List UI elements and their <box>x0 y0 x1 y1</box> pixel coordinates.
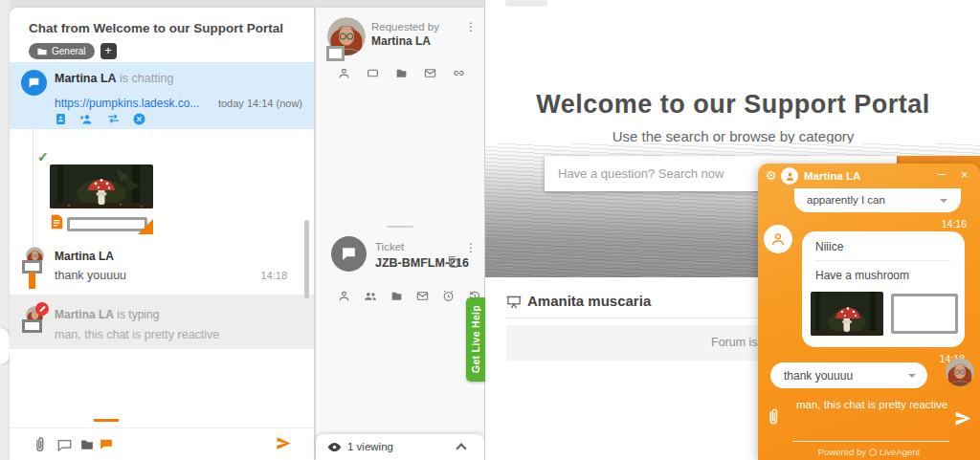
bubble-divider <box>815 260 951 261</box>
typing-author: Martina LA <box>55 308 114 321</box>
agent-message-text: Have a mushroom <box>815 269 909 282</box>
composer-toolbar <box>10 427 314 460</box>
chat-row-actions <box>55 113 145 125</box>
agent-avatar <box>764 225 792 253</box>
typing-preview-text: man, this chat is pretty reactive <box>55 328 219 341</box>
typing-indicator-block: Martina LA is typing man, this chat is p… <box>10 295 314 349</box>
message-menu-caret-icon[interactable] <box>940 199 947 203</box>
widget-footer: Powered byLiveAgent <box>758 447 980 457</box>
widget-minimize-button[interactable]: – <box>938 165 946 181</box>
copy-icon[interactable] <box>447 255 459 269</box>
message-time: 14:18 <box>260 270 287 281</box>
scrollbar-thumb[interactable] <box>304 220 309 298</box>
file-icon[interactable] <box>390 290 403 302</box>
requester-name: Martina LA <box>371 34 431 48</box>
mushroom-photo <box>811 292 883 336</box>
chat-page-link[interactable]: https://pumpkins.ladesk.co... <box>55 97 199 110</box>
add-tag-button[interactable]: + <box>100 43 117 59</box>
chevron-up-icon[interactable] <box>456 443 466 453</box>
ticket-info-panel: Requested by Martina LA ⋮ Ticket ⋮ JZB-B… <box>316 8 484 460</box>
ticket-actions <box>338 290 480 302</box>
live-chat-widget: ⚙ Martina LA – × apparently I can 14:16 … <box>758 164 980 460</box>
cobrowse-cursor-box <box>326 46 345 61</box>
chat-reply-icon[interactable] <box>100 438 113 450</box>
panel-expand-handle[interactable] <box>0 328 10 364</box>
ticket-avatar <box>331 236 367 272</box>
attachments-icon[interactable] <box>80 438 94 450</box>
composer-tab-indicator <box>94 419 119 422</box>
visitor-message-text: thank youuuu <box>784 369 853 383</box>
card-icon[interactable] <box>367 67 379 79</box>
requester-actions <box>338 67 465 79</box>
tag-label: General <box>52 46 86 56</box>
transfer-icon[interactable] <box>106 113 121 124</box>
folder-icon <box>37 48 47 55</box>
message-menu-caret-icon[interactable] <box>908 374 916 378</box>
attachment-highlight-box <box>67 217 147 231</box>
requested-by-label: Requested by <box>371 21 439 33</box>
viewing-bar[interactable]: 1 viewing <box>316 434 484 460</box>
chat-panel: Chat from Welcome to our Support Portal … <box>10 8 314 460</box>
widget-input-underline[interactable] <box>792 441 949 442</box>
widget-close-button[interactable]: × <box>961 167 969 182</box>
liveagent-globe-icon <box>869 449 877 456</box>
contact-card-icon[interactable] <box>55 113 67 125</box>
person-icon[interactable] <box>338 290 350 302</box>
mushroom-photo <box>50 164 153 208</box>
person-icon[interactable] <box>338 67 350 79</box>
attach-file-icon[interactable] <box>33 436 46 452</box>
eye-icon <box>327 442 342 452</box>
widget-attach-icon[interactable] <box>767 407 780 426</box>
tag-general[interactable]: General <box>29 43 95 59</box>
typing-name-line: Martina LA is typing <box>55 308 159 321</box>
people-icon[interactable] <box>364 290 377 302</box>
panel-drag-handle[interactable] <box>387 226 413 228</box>
widget-agent-avatar <box>781 167 798 185</box>
mail-icon[interactable] <box>424 67 436 79</box>
widget-send-icon[interactable] <box>954 409 972 427</box>
collapsed-panel-strip <box>0 0 10 460</box>
alarm-icon[interactable] <box>442 290 455 302</box>
portal-subtitle: Use the search or browse by category <box>485 128 980 144</box>
agent-message-text: Niiice <box>815 240 843 253</box>
chat-bubble-avatar <box>21 70 47 96</box>
cobrowse-cursor-flag <box>29 273 35 289</box>
message-author: Martina LA <box>55 250 114 263</box>
visitor-name: Martina LA <box>55 72 117 85</box>
link-icon[interactable] <box>453 67 465 79</box>
file-icon[interactable] <box>395 67 408 79</box>
portal-logo-cutoff <box>505 0 547 7</box>
attachment-fold-corner <box>138 219 153 234</box>
cobrowse-cursor-box <box>22 319 42 333</box>
add-person-icon[interactable] <box>79 113 94 125</box>
visitor-message-bubble: apparently I can <box>794 188 961 212</box>
widget-typed-text: man, this chat is pretty reactive <box>796 399 948 410</box>
chat-bubble-icon <box>28 77 40 89</box>
widget-settings-icon[interactable]: ⚙ <box>766 168 777 183</box>
active-chat-row[interactable]: Martina LA is chatting https://pumpkins.… <box>10 62 314 129</box>
brand-text: LiveAgent <box>880 447 920 457</box>
viewing-count: 1 viewing <box>347 441 393 452</box>
powered-by-text: Powered by <box>818 447 866 457</box>
stop-chat-icon[interactable] <box>133 113 145 125</box>
ticket-menu-icon[interactable]: ⋮ <box>465 241 477 254</box>
requester-menu-icon[interactable]: ⋮ <box>465 20 477 33</box>
message-text: thank youuuu <box>55 269 126 282</box>
get-live-help-label: Get Live Help <box>470 305 481 373</box>
mail-icon[interactable] <box>416 290 429 302</box>
chat-row-time: today 14:14 (now) <box>218 98 302 109</box>
person-icon <box>770 231 786 247</box>
note-bubble-icon[interactable] <box>57 439 72 451</box>
chat-row-name-line: Martina LA is chatting <box>55 72 173 85</box>
attachment-doc-icon[interactable] <box>51 214 63 230</box>
shared-image-mushroom[interactable] <box>811 292 883 336</box>
forum-section-title[interactable]: Amanita muscaria <box>527 293 651 309</box>
send-icon[interactable] <box>276 435 292 451</box>
chat-panel-title: Chat from Welcome to our Support Portal <box>29 21 283 35</box>
chat-status: is chatting <box>120 72 173 85</box>
tag-row: General + <box>29 43 117 59</box>
shared-image-mushroom[interactable] <box>50 164 153 208</box>
forum-board-icon <box>506 296 522 309</box>
get-live-help-tab[interactable]: Get Live Help <box>466 297 485 382</box>
typing-pencil-badge <box>35 302 49 316</box>
